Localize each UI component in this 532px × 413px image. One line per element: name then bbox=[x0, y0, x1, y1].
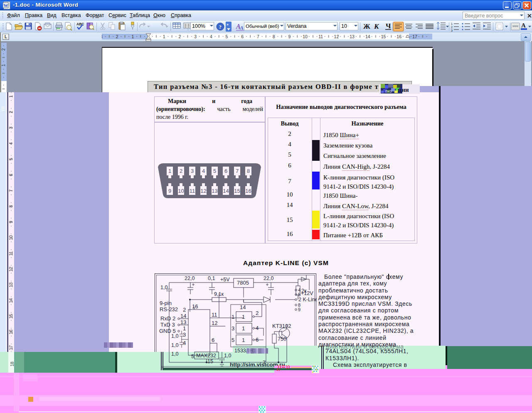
svg-text:5: 5 bbox=[226, 34, 228, 39]
svg-text:7805: 7805 bbox=[237, 280, 249, 286]
svg-text:750: 750 bbox=[278, 336, 286, 342]
svg-text:6: 6 bbox=[212, 337, 214, 343]
svg-text:10: 10 bbox=[303, 34, 308, 39]
svg-text:9: 9 bbox=[168, 188, 171, 194]
svg-text:7: 7 bbox=[8, 189, 13, 192]
svg-text:10: 10 bbox=[8, 235, 13, 240]
svg-text:4: 4 bbox=[8, 142, 13, 145]
svg-text:9: 9 bbox=[8, 221, 13, 223]
svg-text:1: 1 bbox=[451, 22, 453, 25]
svg-text:A: A bbox=[521, 22, 526, 29]
svg-text:8: 8 bbox=[273, 34, 275, 39]
svg-text:2: 2 bbox=[256, 310, 259, 316]
svg-text:пко: пко bbox=[385, 89, 392, 93]
svg-text:Ч: Ч bbox=[386, 22, 391, 30]
svg-text:16: 16 bbox=[8, 329, 13, 334]
svg-text:2 K-Line: 2 K-Line bbox=[298, 297, 317, 302]
svg-text:14: 14 bbox=[365, 34, 370, 39]
svg-text:TxD 3: TxD 3 bbox=[160, 322, 175, 328]
svg-text:5: 5 bbox=[8, 158, 13, 160]
svg-text:3: 3 bbox=[191, 168, 194, 174]
svg-text:1: 1 bbox=[131, 34, 134, 39]
svg-text:1: 1 bbox=[183, 325, 186, 332]
svg-text:13: 13 bbox=[350, 34, 355, 39]
svg-text:3: 3 bbox=[451, 29, 453, 32]
svg-text:1,0: 1,0 bbox=[171, 351, 178, 357]
svg-text:15: 15 bbox=[207, 359, 213, 364]
svg-text:8: 8 bbox=[8, 205, 13, 208]
svg-text:5: 5 bbox=[191, 354, 194, 359]
svg-text:2: 2 bbox=[1, 48, 6, 51]
svg-text:22,0: 22,0 bbox=[185, 275, 195, 281]
svg-text:14: 14 bbox=[8, 298, 13, 303]
svg-text:11: 11 bbox=[8, 251, 13, 256]
svg-text:14: 14 bbox=[180, 313, 186, 319]
svg-text:3: 3 bbox=[102, 34, 103, 39]
svg-text:Ж: Ж bbox=[363, 22, 370, 30]
svg-text:1: 1 bbox=[242, 337, 245, 343]
svg-text:3: 3 bbox=[194, 34, 197, 39]
svg-text:15: 15 bbox=[234, 188, 240, 194]
svg-text:К: К bbox=[374, 22, 379, 30]
svg-text:2: 2 bbox=[451, 26, 453, 29]
svg-text:5: 5 bbox=[213, 168, 216, 174]
svg-text:1: 1 bbox=[168, 168, 171, 174]
svg-text:12: 12 bbox=[200, 188, 206, 194]
svg-text:2: 2 bbox=[180, 168, 182, 174]
svg-text:W: W bbox=[4, 3, 8, 8]
svg-text:8: 8 bbox=[247, 168, 250, 174]
svg-text:+12V: +12V bbox=[301, 290, 313, 296]
svg-text:16: 16 bbox=[192, 303, 198, 310]
svg-text:1,0: 1,0 bbox=[171, 342, 178, 348]
svg-text:9: 9 bbox=[298, 307, 300, 312]
svg-text:12: 12 bbox=[334, 34, 339, 39]
svg-text:6: 6 bbox=[224, 168, 227, 174]
svg-text:12: 12 bbox=[212, 320, 217, 326]
svg-text:MAX232: MAX232 bbox=[196, 353, 216, 359]
svg-text:13: 13 bbox=[180, 319, 186, 325]
svg-text:9-pin: 9-pin bbox=[160, 300, 172, 306]
svg-text:2: 2 bbox=[116, 34, 118, 39]
svg-text:ции: ции bbox=[398, 86, 409, 93]
svg-text:1,0: 1,0 bbox=[171, 333, 178, 339]
svg-text:10: 10 bbox=[178, 188, 184, 194]
svg-text:1: 1 bbox=[1, 64, 6, 66]
svg-text:RS-232: RS-232 bbox=[160, 306, 178, 312]
svg-text:2: 2 bbox=[183, 307, 186, 313]
svg-text:2: 2 bbox=[8, 111, 13, 113]
svg-text:1: 1 bbox=[242, 325, 245, 332]
svg-text:4: 4 bbox=[183, 340, 186, 346]
svg-text:14: 14 bbox=[240, 304, 246, 310]
svg-text:4: 4 bbox=[202, 168, 205, 174]
svg-text:14: 14 bbox=[223, 188, 229, 194]
svg-text:3: 3 bbox=[232, 325, 234, 332]
svg-text:?: ? bbox=[219, 24, 222, 30]
svg-text:KT3102: KT3102 bbox=[272, 323, 291, 329]
svg-text:2: 2 bbox=[178, 34, 181, 39]
svg-text:12: 12 bbox=[8, 267, 13, 272]
svg-text:16: 16 bbox=[245, 188, 251, 194]
svg-text:1: 1 bbox=[232, 314, 234, 320]
svg-text:ABC: ABC bbox=[76, 22, 84, 26]
svg-text:11: 11 bbox=[190, 188, 195, 194]
svg-text:5: 5 bbox=[232, 337, 234, 343]
svg-text:7: 7 bbox=[257, 34, 259, 39]
svg-text:RxD 2: RxD 2 bbox=[160, 315, 175, 322]
svg-text:15: 15 bbox=[8, 314, 13, 319]
svg-text:1,0: 1,0 bbox=[224, 353, 231, 359]
svg-text:13: 13 bbox=[212, 188, 217, 194]
svg-text:3: 3 bbox=[183, 332, 186, 338]
svg-text:+5V: +5V bbox=[220, 277, 230, 283]
svg-text:3: 3 bbox=[8, 127, 13, 129]
svg-text:15: 15 bbox=[381, 34, 386, 39]
svg-text:11: 11 bbox=[318, 34, 323, 39]
svg-text:0,1: 0,1 bbox=[208, 275, 215, 281]
svg-text:17: 17 bbox=[412, 34, 417, 39]
svg-text:6: 6 bbox=[241, 34, 244, 39]
svg-text:11: 11 bbox=[212, 312, 217, 318]
svg-text:A: A bbox=[239, 25, 244, 31]
svg-text:9: 9 bbox=[288, 34, 291, 39]
svg-text:1: 1 bbox=[163, 34, 165, 39]
svg-text:22,0: 22,0 bbox=[264, 275, 273, 281]
svg-text:1: 1 bbox=[242, 314, 245, 320]
